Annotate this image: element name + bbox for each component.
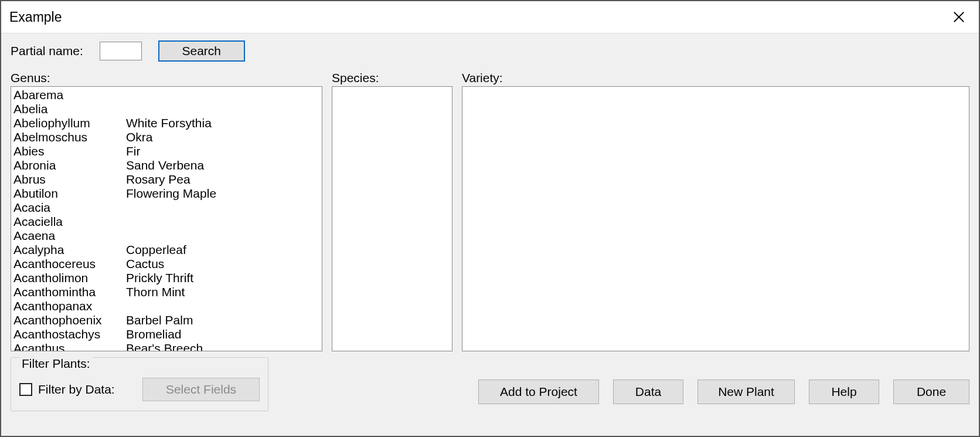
genus-common-name: Cactus (126, 257, 322, 271)
genus-common-name (126, 229, 322, 243)
filter-plants-legend: Filter Plants: (19, 357, 93, 371)
genus-common-name: Rosary Pea (126, 172, 322, 187)
dialog-window: Example Partial name: Search Genus: Spec… (0, 0, 980, 437)
list-item[interactable]: Abarema (13, 88, 322, 102)
title-bar: Example (1, 1, 979, 33)
genus-common-name: Bromeliad (126, 327, 322, 341)
list-item[interactable]: AcanthominthaThorn Mint (13, 285, 322, 299)
genus-name: Acanthopanax (13, 299, 126, 313)
list-item[interactable]: AbelmoschusOkra (13, 130, 322, 144)
genus-common-name: Okra (126, 130, 322, 144)
genus-name: Acanthostachys (13, 327, 126, 341)
list-item[interactable]: Acacia (13, 201, 322, 215)
genus-name: Abelmoschus (13, 130, 126, 144)
done-button[interactable]: Done (893, 380, 969, 404)
list-item[interactable]: AcanthostachysBromeliad (13, 327, 322, 341)
species-label: Species: (332, 71, 452, 85)
genus-common-name: Thorn Mint (126, 285, 322, 299)
list-item[interactable]: AbrusRosary Pea (13, 172, 322, 187)
genus-name: Acanthomintha (13, 285, 126, 299)
genus-name: Acalypha (13, 243, 126, 257)
list-item[interactable]: AbutilonFlowering Maple (13, 187, 322, 201)
filter-by-data-checkbox[interactable] (19, 383, 32, 396)
genus-name: Abarema (13, 88, 126, 102)
data-button[interactable]: Data (613, 380, 683, 404)
search-button[interactable]: Search (158, 40, 245, 62)
genus-common-name: Flowering Maple (126, 187, 322, 201)
genus-name: Acantholimon (13, 271, 126, 285)
genus-common-name: Sand Verbena (126, 158, 322, 172)
list-item[interactable]: AbroniaSand Verbena (13, 158, 322, 172)
genus-name: Abies (13, 144, 126, 158)
close-icon (952, 11, 965, 23)
add-to-project-button[interactable]: Add to Project (478, 380, 599, 404)
dialog-body: Partial name: Search Genus: Species: Var… (1, 33, 979, 436)
genus-listbox[interactable]: AbaremaAbeliaAbeliophyllumWhite Forsythi… (11, 86, 322, 351)
variety-label: Variety: (462, 71, 969, 85)
list-item[interactable]: Acaena (13, 229, 322, 243)
genus-common-name (126, 88, 322, 102)
action-buttons: Add to Project Data New Plant Help Done (478, 380, 969, 411)
filter-by-data-label: Filter by Data: (38, 382, 115, 397)
genus-name: Acanthocereus (13, 257, 126, 271)
lists-row: AbaremaAbeliaAbeliophyllumWhite Forsythi… (11, 86, 969, 351)
list-headers: Genus: Species: Variety: (11, 67, 969, 85)
species-listbox[interactable] (332, 86, 452, 351)
genus-common-name (126, 102, 322, 116)
genus-common-name: Copperleaf (126, 243, 322, 257)
dialog-title: Example (9, 9, 62, 25)
genus-name: Abelia (13, 102, 126, 116)
genus-common-name: Fir (126, 144, 322, 158)
genus-common-name: White Forsythia (126, 116, 322, 130)
genus-label: Genus: (11, 71, 322, 85)
help-button[interactable]: Help (809, 380, 879, 404)
genus-common-name: Bear's Breech (126, 341, 322, 351)
genus-common-name (126, 215, 322, 229)
genus-name: Acacia (13, 201, 126, 215)
genus-name: Abeliophyllum (13, 116, 126, 130)
bottom-area: Filter Plants: Filter by Data: Select Fi… (11, 357, 969, 411)
genus-name: Acaciella (13, 215, 126, 229)
partial-name-input[interactable] (100, 42, 142, 60)
list-item[interactable]: Acanthopanax (13, 299, 322, 313)
list-item[interactable]: AcalyphaCopperleaf (13, 243, 322, 257)
genus-name: Abutilon (13, 187, 126, 201)
list-item[interactable]: AcanthophoenixBarbel Palm (13, 313, 322, 327)
list-item[interactable]: Acaciella (13, 215, 322, 229)
list-item[interactable]: AbeliophyllumWhite Forsythia (13, 116, 322, 130)
genus-common-name (126, 299, 322, 313)
list-item[interactable]: AcantholimonPrickly Thrift (13, 271, 322, 285)
genus-common-name: Barbel Palm (126, 313, 322, 327)
filter-plants-group: Filter Plants: Filter by Data: Select Fi… (11, 357, 268, 411)
partial-name-label: Partial name: (11, 44, 83, 58)
list-item[interactable]: AbiesFir (13, 144, 322, 158)
genus-name: Abrus (13, 172, 126, 187)
genus-common-name: Prickly Thrift (126, 271, 322, 285)
genus-name: Abronia (13, 158, 126, 172)
search-row: Partial name: Search (11, 39, 969, 67)
genus-name: Acanthophoenix (13, 313, 126, 327)
select-fields-button[interactable]: Select Fields (142, 378, 260, 401)
list-item[interactable]: AcanthusBear's Breech (13, 341, 322, 351)
genus-name: Acanthus (13, 341, 126, 351)
close-button[interactable] (947, 5, 971, 29)
list-item[interactable]: AcanthocereusCactus (13, 257, 322, 271)
new-plant-button[interactable]: New Plant (697, 380, 795, 404)
genus-name: Acaena (13, 229, 126, 243)
list-item[interactable]: Abelia (13, 102, 322, 116)
filter-inner: Filter by Data: Select Fields (19, 378, 260, 401)
genus-common-name (126, 201, 322, 215)
variety-listbox[interactable] (462, 86, 969, 351)
